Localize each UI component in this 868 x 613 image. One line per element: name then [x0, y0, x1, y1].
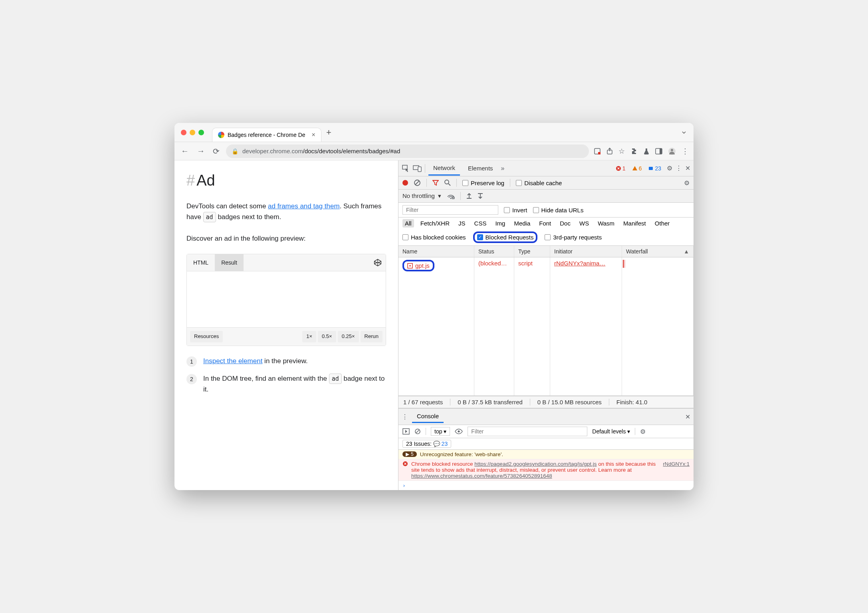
- disable-cache-checkbox[interactable]: Disable cache: [516, 180, 562, 186]
- console-menu-icon[interactable]: ⋮: [402, 413, 408, 421]
- preview-tabs: HTML Result: [187, 254, 386, 271]
- network-conditions-icon[interactable]: [447, 193, 455, 199]
- network-settings-icon[interactable]: ⚙: [684, 179, 690, 187]
- extensions-icon[interactable]: [630, 148, 638, 155]
- more-tabs-icon[interactable]: »: [501, 165, 505, 172]
- back-button[interactable]: ←: [179, 145, 190, 157]
- tab-console[interactable]: Console: [412, 410, 444, 423]
- hide-data-urls-checkbox[interactable]: Hide data URLs: [533, 207, 584, 214]
- error-chips[interactable]: 1 6 23: [613, 165, 664, 172]
- tab-result[interactable]: Result: [215, 254, 244, 271]
- console-prompt[interactable]: ›: [398, 481, 694, 490]
- filter-all[interactable]: All: [402, 219, 414, 227]
- filter-manifest[interactable]: Manifest: [621, 219, 648, 227]
- console-error[interactable]: Chrome blocked resource https://pagead2.…: [398, 459, 694, 481]
- browser-window: Badges reference - Chrome De × + ← → ⟳ 🔒…: [174, 123, 694, 490]
- menu-icon[interactable]: ⋮: [682, 147, 689, 156]
- install-icon[interactable]: [594, 148, 601, 155]
- chrome-favicon: [218, 132, 224, 138]
- filter-row-2: Has blocked cookies ✓Blocked Requests 3r…: [398, 229, 694, 246]
- new-tab-button[interactable]: +: [326, 127, 331, 138]
- export-icon[interactable]: [478, 193, 483, 199]
- console-settings-icon[interactable]: ⚙: [640, 428, 646, 435]
- settings-icon[interactable]: ⚙: [667, 164, 672, 172]
- maximize-window[interactable]: [198, 130, 204, 135]
- close-tab-icon[interactable]: ×: [312, 131, 315, 138]
- resources-button[interactable]: Resources: [190, 331, 223, 342]
- col-initiator[interactable]: Initiator: [550, 246, 622, 257]
- issues-row[interactable]: 23 Issues: 💬 23: [398, 438, 694, 450]
- codepen-icon[interactable]: [374, 259, 382, 267]
- filter-css[interactable]: CSS: [472, 219, 489, 227]
- blocked-cookies-checkbox[interactable]: Has blocked cookies: [402, 234, 466, 241]
- zoom-1x[interactable]: 1×: [302, 331, 316, 342]
- filter-wasm[interactable]: Wasm: [595, 219, 617, 227]
- zoom-025x[interactable]: 0.25×: [338, 331, 359, 342]
- play-icon[interactable]: [402, 428, 410, 435]
- tabs-dropdown-icon[interactable]: [681, 129, 687, 136]
- titlebar: Badges reference - Chrome De × +: [174, 123, 694, 142]
- reload-button[interactable]: ⟳: [211, 145, 221, 158]
- throttling-dropdown[interactable]: No throttling ▾: [402, 192, 441, 200]
- svg-rect-1: [598, 152, 600, 154]
- tab-elements[interactable]: Elements: [463, 162, 498, 175]
- tab-html[interactable]: HTML: [187, 254, 215, 271]
- minimize-window[interactable]: [190, 130, 195, 135]
- close-console-icon[interactable]: ✕: [685, 413, 690, 421]
- side-panel-icon[interactable]: [655, 148, 662, 154]
- error-source-link[interactable]: rNdGNYx:1: [663, 461, 690, 467]
- col-status[interactable]: Status: [474, 246, 514, 257]
- waterfall-bar: [623, 260, 625, 268]
- import-icon[interactable]: [466, 193, 472, 199]
- labs-icon[interactable]: [643, 148, 650, 155]
- console-filter-input[interactable]: [468, 427, 587, 436]
- url-bar[interactable]: 🔒 developer.chrome.com/docs/devtools/ele…: [226, 144, 589, 158]
- kebab-icon[interactable]: ⋮: [676, 164, 682, 172]
- console-warning[interactable]: ▶ 5 Unrecognized feature: 'web-share'.: [398, 450, 694, 459]
- filter-img[interactable]: Img: [493, 219, 507, 227]
- ad-frames-link[interactable]: ad frames and tag them: [268, 202, 340, 210]
- table-row[interactable]: gpt.js (blocked… script rNdGNYx?anima…: [398, 257, 694, 274]
- eye-icon[interactable]: [455, 429, 463, 434]
- table-empty: [398, 274, 694, 395]
- clear-icon[interactable]: [414, 179, 421, 186]
- network-toolbar-1: Preserve log Disable cache ⚙: [398, 176, 694, 190]
- filter-icon[interactable]: [432, 180, 439, 186]
- zoom-05x[interactable]: 0.5×: [318, 331, 336, 342]
- filter-js[interactable]: JS: [456, 219, 468, 227]
- rerun-button[interactable]: Rerun: [361, 331, 382, 342]
- invert-checkbox[interactable]: Invert: [504, 207, 527, 214]
- col-waterfall[interactable]: Waterfall▲: [622, 246, 694, 257]
- svg-rect-7: [402, 165, 407, 169]
- browser-tab[interactable]: Badges reference - Chrome De ×: [212, 128, 321, 142]
- inspect-icon[interactable]: [402, 164, 410, 172]
- search-icon[interactable]: [444, 180, 451, 186]
- col-type[interactable]: Type: [514, 246, 550, 257]
- expand-icon[interactable]: ▶ 5: [402, 451, 417, 457]
- steps-list: 1 Inspect the element in the preview. 2 …: [186, 356, 386, 395]
- filter-input[interactable]: [402, 205, 498, 215]
- inspect-link[interactable]: Inspect the element: [203, 357, 262, 365]
- bookmark-icon[interactable]: ☆: [618, 147, 625, 156]
- levels-dropdown[interactable]: Default levels ▾: [592, 428, 630, 435]
- third-party-checkbox[interactable]: 3rd-party requests: [545, 234, 602, 241]
- tab-network[interactable]: Network: [428, 161, 460, 176]
- context-dropdown[interactable]: top ▾: [431, 427, 450, 436]
- filter-doc[interactable]: Doc: [557, 219, 573, 227]
- share-icon[interactable]: [606, 148, 613, 155]
- filter-media[interactable]: Media: [511, 219, 533, 227]
- col-name[interactable]: Name: [398, 246, 474, 257]
- close-devtools-icon[interactable]: ✕: [685, 164, 690, 172]
- clear-console-icon[interactable]: [414, 428, 421, 435]
- filter-other[interactable]: Other: [652, 219, 672, 227]
- record-button[interactable]: [402, 180, 408, 186]
- preserve-log-checkbox[interactable]: Preserve log: [462, 180, 504, 186]
- filter-font[interactable]: Font: [537, 219, 553, 227]
- filter-ws[interactable]: WS: [577, 219, 591, 227]
- filter-fetch[interactable]: Fetch/XHR: [418, 219, 452, 227]
- close-window[interactable]: [181, 130, 186, 135]
- profile-icon[interactable]: [668, 147, 676, 155]
- device-icon[interactable]: [413, 165, 422, 172]
- blocked-requests-checkbox[interactable]: ✓Blocked Requests: [477, 234, 534, 241]
- forward-button[interactable]: →: [195, 145, 206, 157]
